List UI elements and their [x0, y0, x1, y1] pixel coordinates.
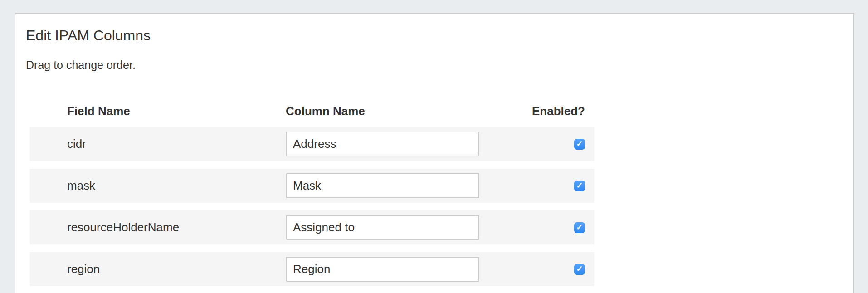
column-name-input[interactable]	[286, 257, 479, 282]
column-name-input[interactable]	[286, 215, 479, 240]
column-name-input[interactable]	[286, 132, 479, 156]
page-title: Edit IPAM Columns	[26, 27, 843, 44]
check-icon: ✓	[576, 265, 583, 273]
edit-ipam-columns-panel: Edit IPAM Columns Drag to change order. …	[15, 13, 854, 293]
field-name-label: mask	[67, 179, 286, 193]
drag-hint-text: Drag to change order.	[26, 59, 843, 72]
field-name-label: resourceHolderName	[67, 220, 286, 234]
enabled-checkbox[interactable]: ✓	[574, 264, 585, 275]
check-icon: ✓	[576, 181, 583, 190]
table-row-region: region ✓	[30, 252, 594, 286]
ipam-columns-table: Field Name Column Name Enabled? cidr ✓	[30, 105, 594, 286]
field-name-label: cidr	[67, 137, 286, 151]
enabled-checkbox[interactable]: ✓	[574, 222, 585, 233]
table-row-resourceHolderName: resourceHolderName ✓	[30, 210, 594, 244]
enabled-checkbox[interactable]: ✓	[574, 181, 585, 191]
check-icon: ✓	[576, 140, 583, 148]
check-icon: ✓	[576, 223, 583, 231]
header-field-name: Field Name	[67, 105, 286, 117]
column-name-input[interactable]	[286, 173, 479, 198]
table-row-mask: mask ✓	[30, 169, 594, 203]
table-header-row: Field Name Column Name Enabled?	[30, 105, 594, 127]
table-row-cidr: cidr ✓	[30, 127, 594, 161]
field-name-label: region	[67, 262, 286, 276]
header-enabled: Enabled?	[481, 105, 594, 117]
header-column-name: Column Name	[286, 105, 481, 117]
enabled-checkbox[interactable]: ✓	[574, 139, 585, 150]
